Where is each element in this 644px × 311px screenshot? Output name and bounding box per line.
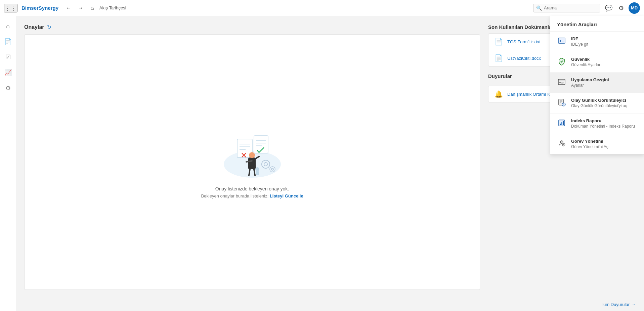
svg-rect-27 xyxy=(559,82,561,83)
ide-icon xyxy=(557,37,566,47)
dropdown-header: Yönetim Araçları xyxy=(550,16,644,32)
dropdown-item-gorev[interactable]: Gorev Yönetimi Görev Yönetimi'ni Aç xyxy=(550,134,644,154)
indeks-text: Indeks Raporu Doküman Yönetimi - Indeks … xyxy=(571,118,635,129)
svg-rect-29 xyxy=(561,83,563,84)
ide-text: IDE IDE'ye git xyxy=(571,36,588,47)
olay-text: Olay Günlük Görüntüleyici Olay Günlük Gö… xyxy=(571,98,627,108)
topbar-right: 🔍 💬 ⚙ MD xyxy=(533,2,640,14)
svg-rect-39 xyxy=(561,122,562,125)
sidebar-home-icon[interactable]: ⌂ xyxy=(3,20,12,33)
settings-button[interactable]: ⚙ xyxy=(617,3,625,13)
svg-rect-40 xyxy=(563,121,564,125)
svg-rect-23 xyxy=(558,38,565,43)
uygulama-title: Uygulama Gezgini xyxy=(571,77,609,82)
approvals-card: Onay listenizde bekleyen onay yok. Bekle… xyxy=(24,34,480,290)
task-mgmt-icon xyxy=(557,139,566,149)
approvals-illustration xyxy=(219,126,286,179)
sidebar: ⌂ 📄 ☑ 📈 ⚙ xyxy=(0,16,16,311)
yonetim-araclari-dropdown: Yönetim Araçları IDE IDE'ye git Güvenlik… xyxy=(550,16,644,154)
gorev-text: Gorev Yönetimi Görev Yönetimi'ni Aç xyxy=(571,139,608,149)
svg-rect-22 xyxy=(256,171,259,175)
doc-name-1: UstYaziCikti.docx xyxy=(507,56,541,61)
announcements-title: Duyurular xyxy=(488,73,512,79)
forward-button[interactable]: → xyxy=(76,4,85,12)
guvenlik-text: Güvenlik Güvenlik Ayarları xyxy=(571,57,602,67)
security-icon xyxy=(557,57,566,68)
avatar[interactable]: MD xyxy=(629,2,640,14)
update-list-link[interactable]: Listeyi Güncelle xyxy=(270,193,303,198)
search-icon: 🔍 xyxy=(536,5,542,11)
indeks-sub: Doküman Yönetimi - Indeks Raporu xyxy=(571,124,635,129)
doc-docx-icon: 📄 xyxy=(494,54,503,62)
back-button[interactable]: ← xyxy=(64,4,73,12)
olay-title: Olay Günlük Görüntüleyici xyxy=(571,98,627,103)
guvenlik-title: Güvenlik xyxy=(571,57,602,62)
home-button[interactable]: ⌂ xyxy=(88,4,97,12)
indeks-title: Indeks Raporu xyxy=(571,118,635,123)
uygulama-text: Uygulama Gezgini Ayarlar xyxy=(571,77,609,88)
breadcrumb: Akış Tarihçesi xyxy=(99,5,530,10)
app-gezgini-icon xyxy=(557,78,566,88)
bottom-bar: Tüm Duyurular → xyxy=(16,298,644,311)
tum-duyurular-arrow: → xyxy=(632,302,636,307)
svg-point-42 xyxy=(560,141,563,143)
gorev-title: Gorev Yönetimi xyxy=(571,139,608,144)
doc-txt-icon: 📄 xyxy=(494,38,503,46)
dropdown-item-guvenlik[interactable]: Güvenlik Güvenlik Ayarları xyxy=(550,52,644,73)
announcement-icon: 🔔 xyxy=(494,90,503,98)
olay-sub: Olay Günlük Görüntüleyici'yi aç xyxy=(571,103,627,108)
approvals-panel: Onaylar ↻ xyxy=(24,24,480,290)
event-log-icon xyxy=(557,98,566,108)
approvals-title: Onaylar xyxy=(24,24,44,30)
svg-rect-38 xyxy=(560,124,561,125)
gorev-sub: Görev Yönetimi'ni Aç xyxy=(571,144,608,149)
sidebar-settings-icon[interactable]: ⚙ xyxy=(3,82,13,94)
ide-title: IDE xyxy=(571,36,588,41)
ide-sub: IDE'ye git xyxy=(571,42,588,47)
topbar: ⋮⋮ BimserSynergy ← → ⌂ Akış Tarihçesi 🔍 … xyxy=(0,0,644,16)
tum-duyurular-label: Tüm Duyurular xyxy=(601,302,630,307)
search-input[interactable] xyxy=(544,5,597,10)
dropdown-item-olay[interactable]: Olay Günlük Görüntüleyici Olay Günlük Gö… xyxy=(550,93,644,114)
empty-message: Onay listenizde bekleyen onay yok. xyxy=(215,186,289,191)
grid-icon[interactable]: ⋮⋮ xyxy=(4,4,17,12)
chat-button[interactable]: 💬 xyxy=(604,3,614,13)
search-box: 🔍 xyxy=(533,4,600,12)
brand-label: BimserSynergy xyxy=(22,5,58,11)
sidebar-docs-icon[interactable]: 📄 xyxy=(2,35,14,48)
doc-name-0: TGS Form1.ts.txt xyxy=(507,39,541,44)
approvals-header: Onaylar ↻ xyxy=(24,24,480,30)
svg-point-12 xyxy=(249,152,255,158)
sidebar-chart-icon[interactable]: 📈 xyxy=(2,66,14,79)
tum-duyurular-button[interactable]: Tüm Duyurular → xyxy=(601,302,636,307)
empty-sub: Bekleyen onaylar burada listeleniz: List… xyxy=(201,193,303,198)
sidebar-tasks-icon[interactable]: ☑ xyxy=(3,51,13,63)
dropdown-item-indeks[interactable]: Indeks Raporu Doküman Yönetimi - Indeks … xyxy=(550,114,644,134)
dropdown-item-ide[interactable]: IDE IDE'ye git xyxy=(550,32,644,52)
guvenlik-sub: Güvenlik Ayarları xyxy=(571,62,602,67)
refresh-button[interactable]: ↻ xyxy=(47,24,51,30)
empty-sub-prefix: Bekleyen onaylar burada listeleniz: xyxy=(201,193,270,198)
dropdown-item-uygulama[interactable]: Uygulama Gezgini Ayarlar xyxy=(550,73,644,93)
svg-rect-28 xyxy=(561,82,564,83)
uygulama-sub: Ayarlar xyxy=(571,83,609,88)
svg-point-21 xyxy=(255,167,259,171)
index-report-icon xyxy=(557,119,566,129)
svg-point-36 xyxy=(563,105,564,105)
main-layout: ⌂ 📄 ☑ 📈 ⚙ Onaylar ↻ xyxy=(0,16,644,311)
